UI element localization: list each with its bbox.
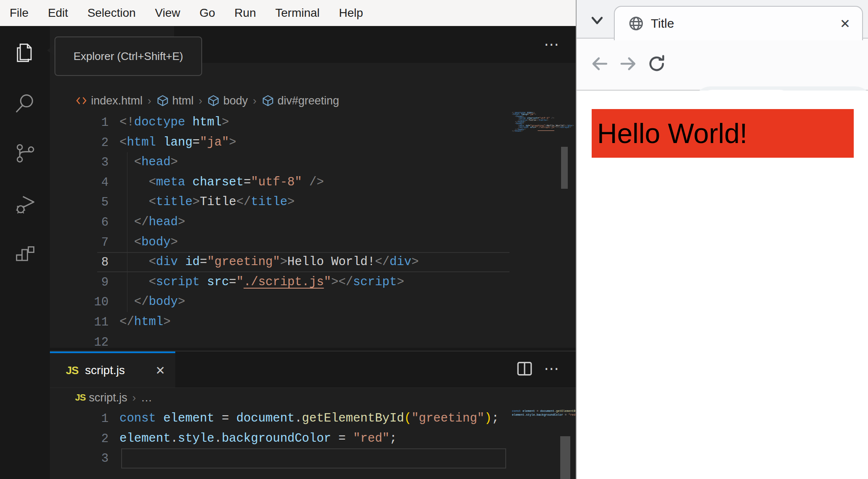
code-line: <div id="greeting">Hello World!</div> [120,255,419,269]
source-control-icon[interactable] [13,141,36,165]
vscode-workbench: <> index.html ⋯ index.html›html›body›div… [50,26,576,479]
line-number: 9 [71,276,109,289]
browser-viewport: Hello World! [577,91,868,479]
browser-tab[interactable]: Title ✕ [614,6,863,40]
line-number: 7 [71,236,109,250]
code-line: <meta charset="utf-8" /> [120,175,324,189]
line-number: 4 [71,176,109,190]
line-number: 6 [71,216,109,229]
tab-label: script.js [85,364,125,377]
extensions-icon[interactable] [13,243,36,267]
line-number: 3 [71,452,109,466]
tabbar-bottom-group: JS script.js ✕ ⋯ [50,351,576,388]
minimap[interactable]: <!doctype html><html lang="ja"> <head> <… [512,112,574,134]
scrollbar-slider[interactable] [561,147,568,189]
split-editor-icon[interactable] [517,362,532,376]
run-and-debug-icon[interactable] [13,193,36,216]
breadcrumb-item[interactable]: div#greeting [262,94,339,107]
code-line: <!doctype html> [120,115,229,129]
menu-go[interactable]: Go [190,0,225,26]
editor-index-html[interactable]: 1<!doctype html>2<html lang="ja">3 <head… [50,112,576,351]
code-line: </body> [120,295,185,309]
code-line: <title>Title</title> [120,195,295,209]
forward-icon[interactable] [618,54,638,74]
code-line: element.style.backgroundColor = "red"; [120,432,397,445]
close-tab-icon[interactable]: ✕ [156,364,165,377]
greeting-text: Hello World! [592,117,747,149]
browser-toolbar: ファイル /home/u [577,39,868,91]
line-number: 2 [71,432,109,446]
line-number: 3 [71,156,109,169]
menu-help[interactable]: Help [329,0,373,26]
breadcrumb-separator: › [132,391,136,404]
breadcrumb-separator: › [253,94,257,107]
line-number: 10 [71,295,109,309]
tab-script-js[interactable]: JS script.js ✕ [50,351,175,388]
breadcrumb-item[interactable]: html [156,94,194,107]
tab-menu-chevron-icon[interactable] [588,12,606,29]
explorer-icon[interactable] [13,42,36,65]
line-number: 8 [71,255,109,269]
breadcrumb: index.html›html›body›div#greeting [75,89,339,112]
scrollbar-slider[interactable] [560,436,570,479]
code-line: <html lang="ja"> [120,135,236,149]
breadcrumb-separator: › [199,94,203,107]
breadcrumb-item[interactable]: index.html [75,94,143,107]
screen: FileEditSelectionViewGoRunTerminalHelp <… [0,0,868,479]
menu-file[interactable]: File [0,0,38,26]
reload-icon[interactable] [647,54,667,74]
back-icon[interactable] [590,54,610,74]
line-number: 11 [71,315,109,329]
breadcrumb-separator: › [148,94,151,107]
editor-more-actions-icon[interactable]: ⋯ [544,360,560,377]
editor-group-sash[interactable] [50,348,576,351]
activity-bar [0,26,50,479]
line-number: 12 [71,336,109,349]
close-tab-icon[interactable]: ✕ [840,16,850,31]
editor-more-actions-icon[interactable]: ⋯ [544,36,560,53]
greeting-div: Hello World! [592,109,854,158]
breadcrumb-item[interactable]: body [207,94,248,107]
line-number: 5 [71,195,109,209]
globe-icon [628,16,644,31]
menu-edit[interactable]: Edit [38,0,78,26]
code-line: <script src="./script.js"></script> [120,275,404,289]
code-line: </html> [120,315,171,329]
breadcrumb: JSscript.js›… [75,387,152,409]
menu-selection[interactable]: Selection [78,0,145,26]
tooltip-arrow [47,44,55,56]
code-line: const element = document.getElementById(… [120,411,499,425]
code-line: <body> [120,235,178,249]
browser-tab-strip: Title ✕ [577,0,868,39]
current-line-highlight [121,448,506,469]
line-number: 1 [71,412,109,426]
menu-run[interactable]: Run [225,0,265,26]
menu-terminal[interactable]: Terminal [265,0,329,26]
line-number: 1 [71,116,109,130]
js-file-icon: JS [66,364,78,377]
vscode-menubar: FileEditSelectionViewGoRunTerminalHelp [0,0,576,26]
browser-tab-title: Title [651,16,674,31]
explorer-tooltip: Explorer (Ctrl+Shift+E) [55,36,202,76]
line-number: 2 [71,136,109,150]
editor-script-js[interactable]: 1const element = document.getElementById… [50,409,576,479]
code-line: </head> [120,215,185,229]
browser-window: Title ✕ フ [576,0,868,479]
breadcrumb-item[interactable]: … [141,391,152,404]
breadcrumb-item[interactable]: JSscript.js [75,391,127,404]
menu-view[interactable]: View [146,0,190,26]
code-line: <head> [120,155,178,169]
tooltip-text: Explorer (Ctrl+Shift+E) [73,50,183,63]
search-icon[interactable] [13,91,36,115]
